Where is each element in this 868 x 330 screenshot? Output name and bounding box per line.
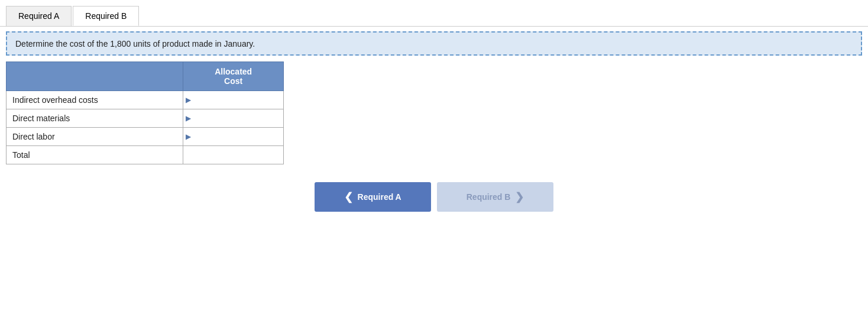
table-section: AllocatedCost Indirect overhead costs ▶ … [6,62,862,164]
row-label-direct-labor: Direct labor [7,128,183,146]
tab-required-a[interactable]: Required A [6,6,72,26]
input-direct-labor[interactable] [191,128,283,145]
row-value-total [183,146,284,164]
nav-buttons: ❮ Required A Required B ❯ [0,182,868,212]
tab-required-a-label: Required A [18,11,59,21]
row-value-indirect-overhead: ▶ [183,91,284,109]
prev-button-label: Required A [358,192,401,202]
prev-button[interactable]: ❮ Required A [315,182,431,212]
tab-required-b[interactable]: Required B [73,6,139,26]
input-direct-materials[interactable] [191,109,283,127]
instruction-box: Determine the cost of the 1,800 units of… [6,31,862,56]
input-total[interactable] [183,146,283,164]
arrow-icon-indirect: ▶ [183,96,191,104]
cost-table: AllocatedCost Indirect overhead costs ▶ … [6,62,284,164]
row-total: Total [7,146,284,164]
arrow-icon-labor: ▶ [183,132,191,141]
instruction-text: Determine the cost of the 1,800 units of… [15,39,255,48]
row-value-direct-materials: ▶ [183,109,284,128]
allocated-cost-header: AllocatedCost [183,62,284,91]
row-label-direct-materials: Direct materials [7,109,183,128]
tabs-container: Required A Required B [0,0,868,27]
prev-arrow-icon: ❮ [344,190,353,203]
next-button[interactable]: Required B ❯ [437,182,554,212]
row-label-total: Total [7,146,183,164]
next-button-label: Required B [467,192,511,202]
row-direct-materials: Direct materials ▶ [7,109,284,128]
row-indirect-overhead: Indirect overhead costs ▶ [7,91,284,109]
row-label-indirect-overhead: Indirect overhead costs [7,91,183,109]
row-value-direct-labor: ▶ [183,128,284,146]
tab-required-b-label: Required B [85,11,127,21]
input-indirect-overhead[interactable] [191,91,283,109]
next-arrow-icon: ❯ [515,190,524,203]
label-column-header [7,62,183,91]
arrow-icon-materials: ▶ [183,114,191,122]
row-direct-labor: Direct labor ▶ [7,128,284,146]
